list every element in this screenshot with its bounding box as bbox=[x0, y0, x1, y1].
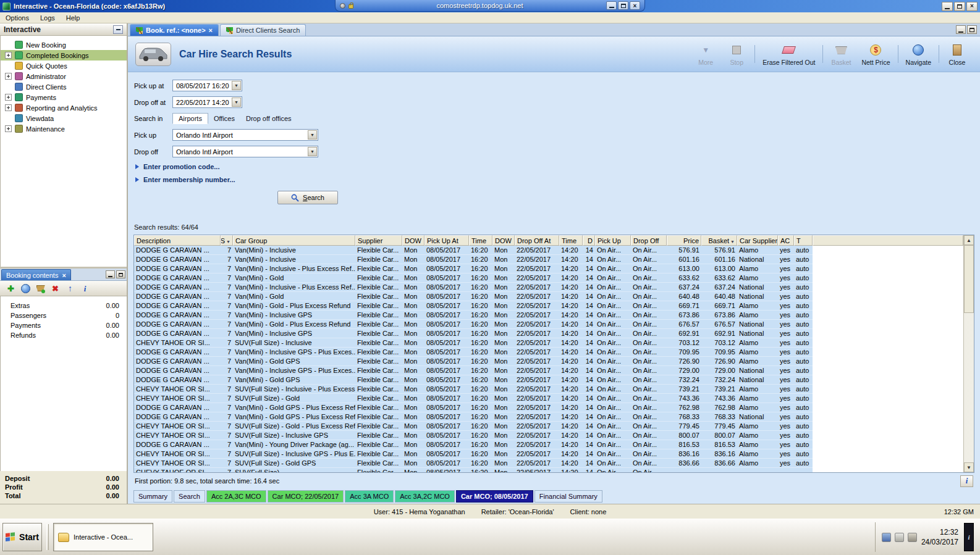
chevron-down-icon[interactable] bbox=[308, 147, 317, 156]
table-row[interactable]: DODGE G CARAVAN ...7Van(Mini) - Gold GPS… bbox=[134, 375, 813, 385]
rdp-close-button[interactable] bbox=[630, 1, 640, 10]
table-row[interactable]: CHEVY TAHOE OR SI...7SUV(Full Size) - In… bbox=[134, 385, 813, 394]
table-row[interactable]: DODGE G CARAVAN ...7Van(Mini) - Gold - P… bbox=[134, 301, 813, 311]
mdi-restore-button[interactable] bbox=[967, 25, 977, 34]
table-row[interactable]: DODGE G CARAVAN ...7Van(Mini) - Young Dr… bbox=[134, 440, 813, 449]
membership-number-expander[interactable]: Enter membership number... bbox=[135, 176, 980, 183]
column-header[interactable]: Pick Up At bbox=[425, 235, 469, 246]
sidebar-item[interactable]: New Booking bbox=[1, 40, 127, 50]
sidebar-item[interactable]: Administrator bbox=[1, 71, 127, 81]
add-icon[interactable] bbox=[6, 284, 15, 293]
table-row[interactable]: DODGE G CARAVAN ...7Van(Mini) - Gold - P… bbox=[134, 320, 813, 329]
expander-icon[interactable] bbox=[5, 73, 12, 80]
column-header[interactable]: DOW bbox=[492, 235, 515, 246]
rdp-minimize-button[interactable] bbox=[606, 1, 617, 10]
table-row[interactable]: CHEVY TAHOE OR SI...7SUV(Full Size) - ..… bbox=[134, 468, 813, 472]
column-header[interactable]: Description bbox=[134, 235, 221, 246]
tab-direct-clients-search[interactable]: Direct Clients Search bbox=[220, 24, 306, 36]
expander-icon[interactable] bbox=[5, 125, 12, 132]
globe-icon[interactable] bbox=[21, 284, 30, 293]
scroll-up-icon[interactable]: ▲ bbox=[964, 235, 974, 245]
sidebar-item[interactable]: Direct Clients bbox=[1, 81, 127, 92]
column-header[interactable]: Pick Up bbox=[595, 235, 631, 246]
delete-icon[interactable] bbox=[51, 284, 60, 293]
column-header[interactable]: Basket bbox=[701, 235, 737, 246]
info-icon[interactable] bbox=[80, 284, 90, 293]
mdi-minimize-button[interactable] bbox=[956, 25, 966, 34]
chevron-down-icon[interactable] bbox=[308, 130, 317, 140]
chevron-down-icon[interactable] bbox=[232, 81, 241, 90]
vertical-scrollbar[interactable]: ▲ ▼ bbox=[963, 235, 974, 472]
toolbar-button[interactable]: Stop bbox=[721, 40, 752, 68]
window-titlebar[interactable]: Interactive - Ocean-Florida (code: x6afJ… bbox=[0, 0, 980, 12]
panel-minimize-button[interactable] bbox=[106, 270, 115, 278]
column-header[interactable]: D bbox=[583, 235, 595, 246]
toolbar-button[interactable]: Nett Price bbox=[856, 40, 895, 68]
table-row[interactable]: CHEVY TAHOE OR SI...7SUV(Full Size) - In… bbox=[134, 338, 813, 348]
collapse-panel-button[interactable] bbox=[113, 25, 123, 34]
table-row[interactable]: CHEVY TAHOE OR SI...7SUV(Full Size) - Go… bbox=[134, 394, 813, 403]
view-tab[interactable]: Car MCO; 22/05/2017 bbox=[268, 490, 344, 503]
expander-icon[interactable] bbox=[5, 52, 12, 59]
taskbar-clock[interactable]: 12:32 24/03/2017 bbox=[921, 527, 960, 547]
table-row[interactable]: DODGE G CARAVAN ...7Van(Mini) - Gold GPS… bbox=[134, 403, 813, 412]
table-row[interactable]: CHEVY TAHOE OR SI...7SUV(Full Size) - Go… bbox=[134, 459, 813, 468]
menu-item[interactable]: Help bbox=[61, 13, 86, 23]
sidebar-item[interactable]: Quick Quotes bbox=[1, 61, 127, 71]
toolbar-button[interactable]: Erase Filtered Out bbox=[758, 40, 820, 68]
view-tab[interactable]: Car MCO; 08/05/2017 bbox=[456, 490, 533, 503]
session-indicator-icon[interactable] bbox=[964, 523, 974, 551]
window-close-button[interactable] bbox=[966, 2, 978, 11]
search-in-tab[interactable]: Drop off offices bbox=[240, 114, 297, 123]
booking-field-row[interactable]: Refunds 0.00 bbox=[1, 330, 127, 340]
tray-volume-icon[interactable] bbox=[908, 533, 917, 542]
chevron-down-icon[interactable] bbox=[232, 98, 241, 107]
column-header[interactable]: T bbox=[794, 235, 813, 246]
search-in-tab[interactable]: Airports bbox=[172, 113, 208, 124]
dropoff-at-select[interactable]: 22/05/2017 14:20 bbox=[172, 96, 242, 108]
table-row[interactable]: DODGE G CARAVAN ...7Van(Mini) - Inclusiv… bbox=[134, 311, 813, 320]
export-icon[interactable] bbox=[65, 284, 75, 293]
toolbar-button[interactable]: Navigate bbox=[901, 40, 936, 68]
table-row[interactable]: CHEVY TAHOE OR SI...7SUV(Full Size) - In… bbox=[134, 449, 813, 459]
booking-contents-tab[interactable]: Booking contents bbox=[1, 269, 71, 280]
column-header[interactable]: Drop Off At bbox=[515, 235, 559, 246]
pickup-select[interactable]: Orlando Intl Airport bbox=[172, 129, 318, 141]
sidebar-item[interactable]: Payments bbox=[1, 92, 127, 102]
column-header[interactable]: Car Group bbox=[233, 235, 355, 246]
column-header[interactable]: Time bbox=[469, 235, 492, 246]
dropoff-select[interactable]: Orlando Intl Airport bbox=[172, 146, 318, 157]
window-minimize-button[interactable] bbox=[942, 2, 953, 11]
table-row[interactable]: DODGE G CARAVAN ...7Van(Mini) - Inclusiv… bbox=[134, 246, 813, 255]
column-header[interactable]: Car Supplier bbox=[737, 235, 778, 246]
column-header[interactable]: Drop Off bbox=[631, 235, 667, 246]
table-row[interactable]: DODGE G CARAVAN ...7Van(Mini) - Inclusiv… bbox=[134, 264, 813, 273]
basket-add-icon[interactable] bbox=[36, 284, 45, 293]
view-tab[interactable]: Acc 3A MCO bbox=[345, 490, 394, 503]
expander-icon[interactable] bbox=[5, 104, 12, 111]
close-icon[interactable] bbox=[209, 27, 213, 34]
booking-field-row[interactable]: Payments 0.00 bbox=[1, 320, 127, 330]
column-header[interactable]: Supplier bbox=[355, 235, 402, 246]
window-maximize-button[interactable] bbox=[954, 2, 965, 11]
column-header[interactable]: Time bbox=[559, 235, 583, 246]
table-row[interactable]: DODGE G CARAVAN ...7Van(Mini) - Inclusiv… bbox=[134, 283, 813, 292]
view-tab[interactable]: Acc 3A,2C MCO bbox=[395, 490, 455, 503]
search-button[interactable]: Search bbox=[277, 191, 338, 204]
info-button[interactable] bbox=[960, 475, 973, 487]
pin-icon[interactable] bbox=[340, 3, 345, 9]
view-tab[interactable]: Acc 2A,3C MCO bbox=[206, 490, 266, 503]
pickup-at-select[interactable]: 08/05/2017 16:20 bbox=[172, 80, 242, 91]
tray-printer-icon[interactable] bbox=[895, 533, 904, 542]
toolbar-button[interactable]: Close bbox=[942, 40, 973, 68]
search-in-tab[interactable]: Offices bbox=[208, 114, 240, 123]
column-header[interactable]: Price bbox=[667, 235, 701, 246]
booking-field-row[interactable]: Extras 0.00 bbox=[1, 301, 127, 311]
panel-restore-button[interactable] bbox=[116, 270, 125, 278]
column-header[interactable]: DOW bbox=[402, 235, 425, 246]
column-header[interactable]: AC bbox=[778, 235, 794, 246]
toolbar-button[interactable]: Basket bbox=[826, 40, 856, 68]
menu-item[interactable]: Logs bbox=[35, 13, 61, 23]
sidebar-item[interactable]: Viewdata bbox=[1, 113, 127, 123]
table-row[interactable]: DODGE G CARAVAN ...7Van(Mini) - GoldFlex… bbox=[134, 273, 813, 283]
